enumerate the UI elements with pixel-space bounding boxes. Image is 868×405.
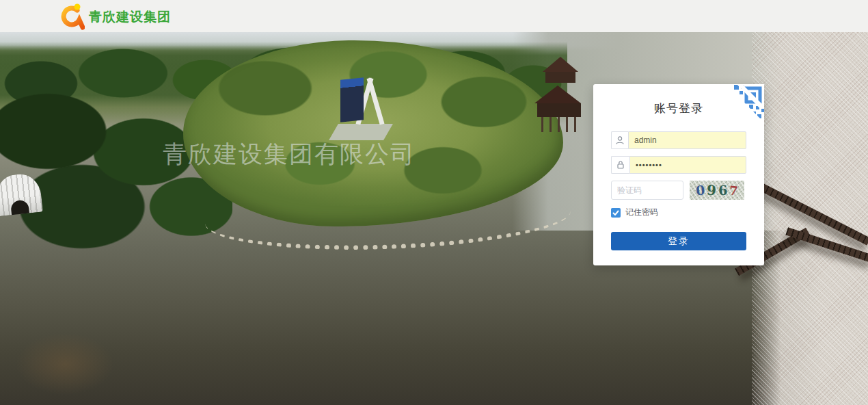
company-logo-icon [59, 3, 85, 30]
captcha-row: 0 9 6 7 [611, 181, 746, 200]
sculpture-leg [366, 77, 384, 125]
lock-icon [611, 156, 629, 174]
top-header: 青欣建设集团 [0, 0, 868, 32]
username-input[interactable] [628, 131, 746, 149]
pavilion-stilts [541, 117, 577, 132]
captcha-digit: 0 [695, 182, 705, 198]
captcha-digit: 7 [729, 183, 739, 198]
lake-pavilion [528, 53, 596, 138]
username-row [611, 131, 746, 149]
remember-password-checkbox[interactable]: 记住密码 [611, 207, 746, 218]
login-page: 青欣建设集团 青欣建设集团有限公司 [0, 0, 868, 405]
captcha-digit: 6 [718, 183, 728, 198]
sculpture-panel [340, 77, 364, 122]
password-input[interactable] [629, 156, 746, 174]
password-row [611, 156, 746, 174]
island-sculpture [334, 75, 388, 140]
pavilion-deck [537, 103, 581, 117]
remember-label: 记住密码 [625, 207, 658, 218]
check-icon [612, 209, 619, 216]
login-form: 0 9 6 7 记住密码 登录 [611, 131, 746, 250]
pavilion-deck [545, 72, 575, 83]
captcha-input[interactable] [611, 181, 683, 200]
brand-name: 青欣建设集团 [89, 8, 171, 26]
user-icon [611, 131, 628, 149]
sunlit-water [752, 32, 868, 405]
pavilion-roof [543, 57, 578, 72]
water-reflection [0, 241, 260, 405]
captcha-digit: 9 [706, 182, 717, 199]
checkbox-checked[interactable] [611, 208, 621, 218]
pavilion-roof [534, 86, 581, 103]
login-button[interactable]: 登录 [611, 232, 746, 250]
watermark-text: 青欣建设集团有限公司 [163, 138, 416, 170]
login-title: 账号登录 [593, 101, 764, 116]
captcha-image[interactable]: 0 9 6 7 [690, 181, 744, 200]
login-card: 账号登录 [593, 84, 764, 265]
